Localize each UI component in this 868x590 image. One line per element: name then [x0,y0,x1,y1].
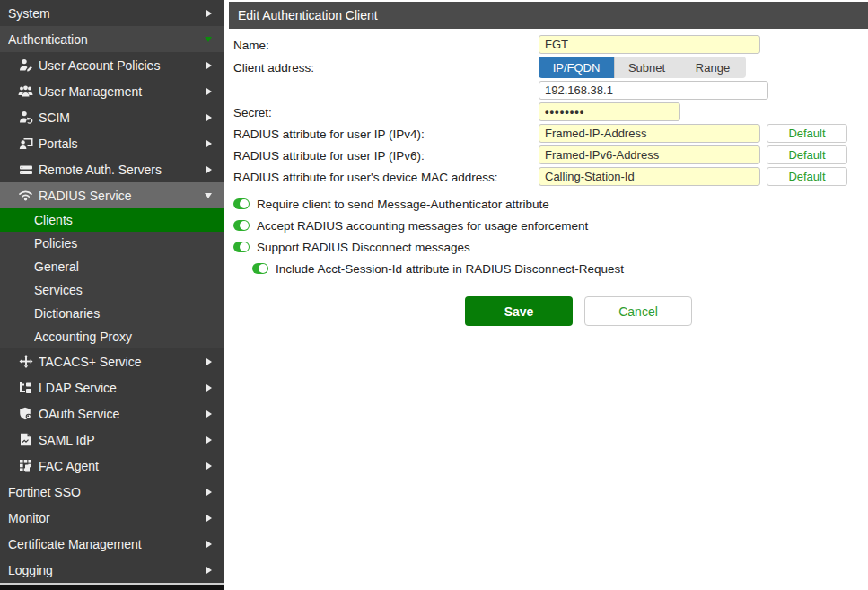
shield-key-icon [18,407,33,421]
radius-attr-mac-input[interactable] [539,167,760,186]
move-arrows-icon [18,355,33,369]
sidebar-item-authentication[interactable]: Authentication [0,26,224,52]
servers-icon [18,163,33,177]
chevron-right-icon [206,436,212,444]
toggle-accept-accounting-messages[interactable] [233,220,250,231]
default-button-ipv4[interactable]: Default [767,124,847,143]
sidebar-item-system[interactable]: System [0,0,224,26]
sidebar-item-label: Policies [34,236,212,251]
chevron-down-icon [205,193,212,198]
sidebar-item-accounting-proxy[interactable]: Accounting Proxy [0,325,224,348]
sidebar-item-radius-service[interactable]: RADIUS Service [0,182,224,208]
toggle-require-message-authenticator[interactable] [233,198,250,209]
chevron-right-icon [206,140,212,147]
form-actions: Save Cancel [465,296,868,326]
toggle-row: Accept RADIUS accounting messages for us… [233,215,868,236]
toggle-knob [259,264,267,273]
toggle-knob [240,199,249,208]
chevron-right-icon [206,10,212,17]
chevron-right-icon [206,384,212,392]
sidebar: System Authentication User Account Polic… [0,0,224,590]
sidebar-item-label: Clients [34,213,212,227]
chevron-right-icon [206,62,212,69]
sidebar-item-clients[interactable]: Clients [0,208,224,232]
edit-client-form: Name: Client address: IP/FQDN Subnet Ran… [229,29,868,326]
sidebar-item-label: Logging [8,563,201,577]
user-sync-icon [18,110,33,125]
sidebar-item-label: Certificate Management [8,537,201,551]
sidebar-item-label: LDAP Service [39,381,201,395]
sidebar-item-label: Remote Auth. Servers [39,163,201,177]
toggle-row: Include Acct-Session-Id attribute in RAD… [233,258,868,279]
sidebar-item-label: TACACS+ Service [39,355,201,369]
sidebar-item-fortinet-sso[interactable]: Fortinet SSO [0,479,224,505]
sidebar-item-ldap-service[interactable]: LDAP Service [0,374,224,401]
sidebar-item-label: SCIM [39,110,201,125]
main-content: Edit Authentication Client Name: Client … [224,0,868,590]
cancel-button[interactable]: Cancel [584,296,692,326]
chevron-right-icon [206,462,212,470]
chevron-right-icon [206,358,212,365]
tree-icon [18,381,33,395]
sidebar-item-monitor[interactable]: Monitor [0,505,224,531]
sidebar-item-general[interactable]: General [0,255,224,278]
radius-attr-mac-row: RADIUS attribute for user's device MAC a… [233,167,868,186]
toggle-label: Include Acct-Session-Id attribute in RAD… [276,262,624,276]
radius-attr-mac-label: RADIUS attribute for user's device MAC a… [233,170,539,184]
sidebar-item-label: Authentication [8,32,199,47]
client-address-type-tabs: IP/FQDN Subnet Range [539,57,746,78]
chevron-right-icon [206,114,212,121]
sidebar-item-services[interactable]: Services [0,278,224,302]
chevron-right-icon [206,489,212,496]
toggle-options: Require client to send Message-Authentic… [233,193,868,279]
sidebar-item-policies[interactable]: Policies [0,232,224,255]
tab-ip-fqdn[interactable]: IP/FQDN [539,57,614,78]
chevron-right-icon [206,410,212,418]
toggle-include-acct-session-id[interactable] [252,263,268,274]
client-address-label: Client address: [233,60,539,75]
sidebar-item-label: Portals [39,136,201,151]
sidebar-item-label: Fortinet SSO [8,485,201,499]
sidebar-item-user-account-policies[interactable]: User Account Policies [0,52,224,78]
sidebar-item-label: Monitor [8,511,201,525]
toggle-label: Accept RADIUS accounting messages for us… [257,219,588,233]
app-root: System Authentication User Account Polic… [0,0,868,590]
sidebar-item-remote-auth-servers[interactable]: Remote Auth. Servers [0,156,224,182]
radius-attr-ipv6-row: RADIUS attribute for user IP (IPv6): Def… [233,145,868,164]
sidebar-item-saml-idp[interactable]: SAML IdP [0,427,224,453]
sidebar-item-certificate-management[interactable]: Certificate Management [0,531,224,557]
sidebar-item-label: General [34,260,212,274]
secret-label: Secret: [233,105,539,119]
chevron-down-icon [205,37,212,42]
sidebar-item-dictionaries[interactable]: Dictionaries [0,302,224,325]
sidebar-item-user-management[interactable]: User Management [0,78,224,104]
sidebar-item-oauth-service[interactable]: OAuth Service [0,401,224,427]
default-button-mac[interactable]: Default [767,167,847,186]
sidebar-item-portals[interactable]: Portals [0,130,224,156]
user-edit-icon [18,58,33,73]
page-header: Edit Authentication Client [229,2,868,29]
secret-input[interactable] [539,102,680,121]
client-address-input[interactable] [539,81,768,100]
radius-attr-ipv6-input[interactable] [539,145,760,164]
chevron-right-icon [206,567,212,574]
chevron-right-icon [206,88,212,95]
sidebar-item-tacacs-service[interactable]: TACACS+ Service [0,348,224,374]
radius-attr-ipv6-label: RADIUS attribute for user IP (IPv6): [233,148,539,163]
save-button[interactable]: Save [465,296,573,326]
radius-attr-ipv4-input[interactable] [539,124,760,143]
sidebar-item-scim[interactable]: SCIM [0,104,224,130]
sidebar-item-label: User Management [39,84,201,99]
tab-range[interactable]: Range [679,57,746,78]
sidebar-item-label: FAC Agent [39,459,201,473]
default-button-ipv6[interactable]: Default [767,145,847,164]
grid-icon [18,459,33,473]
sidebar-item-fac-agent[interactable]: FAC Agent [0,453,224,479]
sidebar-item-logging[interactable]: Logging [0,557,224,583]
users-icon [18,84,33,99]
toggle-label: Require client to send Message-Authentic… [257,198,549,211]
tab-subnet[interactable]: Subnet [614,57,679,78]
toggle-support-disconnect-messages[interactable] [233,242,250,252]
name-input[interactable] [539,35,760,54]
toggle-knob [240,242,249,251]
